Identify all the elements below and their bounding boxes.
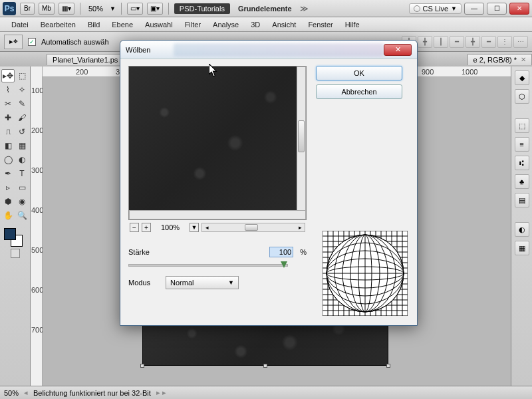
- transform-handle[interactable]: [263, 364, 267, 368]
- menu-bar: Datei Bearbeiten Bild Ebene Auswahl Filt…: [0, 17, 532, 32]
- gradient-tool[interactable]: ▦: [15, 139, 29, 152]
- brush-tool[interactable]: 🖌: [15, 111, 29, 124]
- pen-tool[interactable]: ✒: [1, 167, 15, 180]
- filter-preview[interactable]: [128, 66, 307, 220]
- menu-fenster[interactable]: Fenster: [302, 19, 338, 31]
- align-bottom-icon[interactable]: ━: [481, 36, 496, 48]
- preview-h-scroll[interactable]: ◂▸: [201, 223, 305, 232]
- distribute-icon[interactable]: ⋮: [497, 36, 512, 48]
- menu-auswahl[interactable]: Auswahl: [139, 19, 179, 31]
- adjustments-panel-icon[interactable]: ⬚: [515, 118, 529, 133]
- zoom-level-readout[interactable]: 50%: [86, 5, 106, 13]
- dialog-titlebar[interactable]: Wölben ✕: [120, 41, 417, 59]
- masks-panel-icon[interactable]: ≡: [515, 137, 529, 152]
- transform-handle[interactable]: [140, 364, 144, 368]
- cslive-button[interactable]: CS Live▼: [409, 3, 462, 14]
- auto-select-checkbox[interactable]: ✓: [28, 38, 36, 46]
- stamp-tool[interactable]: ⎍: [1, 125, 15, 138]
- status-bar: 50% ◂ Belichtung funktioniert nur bei 32…: [0, 386, 532, 399]
- mode-label: Modus: [128, 279, 159, 287]
- foreground-color-swatch[interactable]: [4, 228, 16, 240]
- history-panel-icon[interactable]: ◐: [515, 222, 529, 237]
- ok-button[interactable]: OK: [316, 66, 402, 80]
- window-maximize-button[interactable]: ☐: [487, 3, 507, 15]
- eraser-tool[interactable]: ◧: [1, 139, 15, 152]
- type-tool[interactable]: T: [15, 167, 29, 180]
- swatches-panel-icon[interactable]: ⬡: [515, 89, 529, 104]
- menu-analyse[interactable]: Analyse: [207, 19, 245, 31]
- zoom-out-button[interactable]: −: [130, 223, 139, 232]
- current-tool-indicator[interactable]: ▸✥: [4, 35, 23, 49]
- document-tab-right[interactable]: e 2, RGB/8) * ✕: [467, 54, 532, 65]
- strength-slider[interactable]: [128, 264, 288, 267]
- hand-tool[interactable]: ✋: [1, 209, 15, 222]
- paths-panel-icon[interactable]: ♣: [515, 174, 529, 189]
- align-vcenter-icon[interactable]: ╋: [466, 36, 480, 48]
- blur-tool[interactable]: ◯: [1, 153, 15, 166]
- move-tool[interactable]: ▸✥: [1, 69, 15, 82]
- menu-hilfe[interactable]: Hilfe: [339, 19, 366, 31]
- menu-3d[interactable]: 3D: [245, 19, 266, 31]
- zoom-tool[interactable]: 🔍: [15, 209, 29, 222]
- menu-ansicht[interactable]: Ansicht: [266, 19, 302, 31]
- slider-thumb-icon[interactable]: [281, 261, 287, 268]
- transform-handle[interactable]: [386, 364, 390, 368]
- preview-scrollbar-vertical[interactable]: [297, 66, 306, 219]
- canvas-artwork: [142, 319, 388, 366]
- channels-panel-icon[interactable]: ⑆: [515, 156, 529, 170]
- cancel-button[interactable]: Abbrechen: [316, 84, 402, 99]
- tools-panel: ▸✥ ⬚ ⌇ ✧ ✂ ✎ ✚ 🖌 ⎍ ↺ ◧ ▦ ◯ ◐ ✒ T ▹ ▭ ⬢ ◉…: [0, 66, 31, 386]
- document-tab-title-right: e 2, RGB/8) *: [473, 56, 517, 64]
- window-minimize-button[interactable]: —: [464, 3, 484, 15]
- menu-datei[interactable]: Datei: [5, 19, 35, 31]
- preview-scrollbar-horizontal[interactable]: [129, 210, 306, 219]
- dialog-close-button[interactable]: ✕: [384, 44, 412, 56]
- workspace-name[interactable]: Grundelemente: [234, 5, 296, 13]
- color-swatches[interactable]: [1, 227, 29, 248]
- menu-ebene[interactable]: Ebene: [106, 19, 139, 31]
- shape-tool[interactable]: ▭: [15, 181, 29, 194]
- align-hcenter-icon[interactable]: ╋: [418, 36, 432, 48]
- workspace-badge[interactable]: PSD-Tutorials: [174, 3, 230, 14]
- menu-filter[interactable]: Filter: [179, 19, 207, 31]
- menu-bearbeiten[interactable]: Bearbeiten: [35, 19, 82, 31]
- status-zoom[interactable]: 50%: [4, 389, 19, 397]
- close-tab-icon[interactable]: ✕: [521, 56, 526, 63]
- heal-tool[interactable]: ✚: [1, 111, 15, 124]
- strength-input[interactable]: [269, 247, 293, 257]
- spherize-preview-grid: [323, 231, 408, 316]
- wand-tool[interactable]: ✧: [15, 83, 29, 96]
- strength-unit: %: [300, 248, 307, 256]
- document-tab[interactable]: Planet_Variante1.ps: [47, 54, 124, 65]
- history-brush-tool[interactable]: ↺: [15, 125, 29, 138]
- align-top-icon[interactable]: ━: [450, 36, 464, 48]
- distribute2-icon[interactable]: ⋯: [513, 36, 528, 48]
- minibridge-button[interactable]: Mb: [39, 3, 55, 15]
- aero-blur: [174, 43, 384, 57]
- mode-value: Normal: [170, 279, 194, 287]
- screen-mode-dropdown[interactable]: ▣▾: [147, 3, 163, 15]
- marquee-tool[interactable]: ⬚: [15, 69, 29, 82]
- zoom-dropdown[interactable]: ▼: [190, 223, 199, 232]
- mode-dropdown[interactable]: Normal ▼: [166, 276, 239, 289]
- actions-panel-icon[interactable]: ▦: [515, 241, 529, 255]
- layout-dropdown[interactable]: ▦▾: [59, 3, 74, 15]
- align-right-icon[interactable]: ┃: [434, 36, 448, 48]
- window-close-button[interactable]: ✕: [509, 3, 529, 15]
- auto-select-label: Automatisch auswäh: [41, 38, 109, 46]
- eyedropper-tool[interactable]: ✎: [15, 97, 29, 110]
- crop-tool[interactable]: ✂: [1, 97, 15, 110]
- zoom-in-button[interactable]: +: [142, 223, 151, 232]
- 3d-tool[interactable]: ⬢: [1, 195, 15, 208]
- quickmask-toggle[interactable]: [11, 249, 20, 258]
- lasso-tool[interactable]: ⌇: [1, 83, 15, 96]
- bridge-button[interactable]: Br: [20, 3, 35, 15]
- dodge-tool[interactable]: ◐: [15, 153, 29, 166]
- layers-panel-icon[interactable]: ▤: [515, 193, 529, 207]
- 3d-camera-tool[interactable]: ◉: [15, 195, 29, 208]
- color-panel-icon[interactable]: ◆: [515, 70, 529, 85]
- menu-bild[interactable]: Bild: [82, 19, 106, 31]
- view-dropdown[interactable]: ▭▾: [127, 3, 143, 15]
- path-tool[interactable]: ▹: [1, 181, 15, 194]
- workspace-more-icon[interactable]: ≫: [300, 4, 309, 13]
